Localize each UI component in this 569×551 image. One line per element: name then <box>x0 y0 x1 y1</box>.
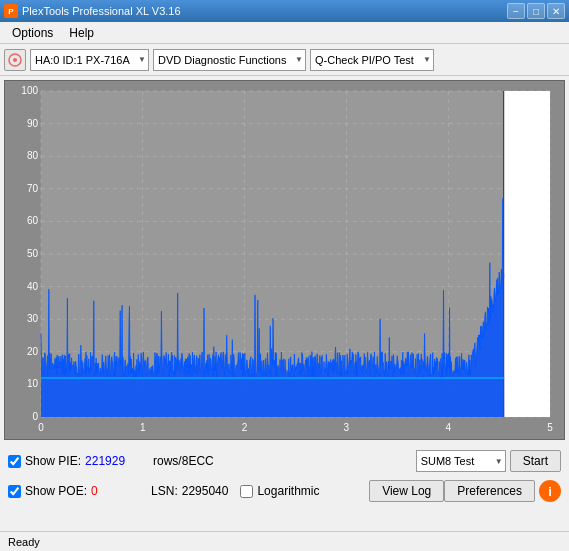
bottom-controls: Show PIE: 221929 rows/8ECC SUM8 Test Sta… <box>0 444 569 512</box>
status-text: Ready <box>8 536 40 548</box>
title-bar-left: P PlexTools Professional XL V3.16 <box>4 4 181 18</box>
poe-checkbox-group: Show POE: 0 <box>8 484 151 498</box>
minimize-button[interactable]: − <box>507 3 525 19</box>
control-row-1: Show PIE: 221929 rows/8ECC SUM8 Test Sta… <box>8 448 561 474</box>
control-row-2: Show POE: 0 LSN: 2295040 Logarithmic Vie… <box>8 478 561 504</box>
maximize-button[interactable]: □ <box>527 3 545 19</box>
poe-value: 0 <box>91 484 151 498</box>
main-content: Show PIE: 221929 rows/8ECC SUM8 Test Sta… <box>0 76 569 531</box>
info-button[interactable]: i <box>539 480 561 502</box>
sum-test-wrapper[interactable]: SUM8 Test <box>416 450 506 472</box>
lsn-value: 2295040 <box>182 484 229 498</box>
function-select-wrapper[interactable]: DVD Diagnostic Functions <box>153 49 306 71</box>
logarithmic-label: Logarithmic <box>257 484 319 498</box>
menu-help[interactable]: Help <box>61 24 102 42</box>
test-select-wrapper[interactable]: Q-Check PI/PO Test <box>310 49 434 71</box>
rows-label: rows/8ECC <box>153 454 214 468</box>
chart-canvas <box>5 81 564 439</box>
pie-value: 221929 <box>85 454 145 468</box>
function-select[interactable]: DVD Diagnostic Functions <box>153 49 306 71</box>
svg-point-1 <box>13 58 17 62</box>
show-poe-label: Show POE: <box>25 484 87 498</box>
show-pie-checkbox[interactable] <box>8 455 21 468</box>
drive-select[interactable]: HA:0 ID:1 PX-716A <box>30 49 149 71</box>
lsn-label: LSN: <box>151 484 178 498</box>
show-poe-checkbox[interactable] <box>8 485 21 498</box>
sum-test-select[interactable]: SUM8 Test <box>416 450 506 472</box>
view-log-button[interactable]: View Log <box>369 480 444 502</box>
title-bar-controls: − □ ✕ <box>507 3 565 19</box>
pie-checkbox-group: Show PIE: 221929 rows/8ECC <box>8 454 214 468</box>
chart-container <box>4 80 565 440</box>
preferences-button[interactable]: Preferences <box>444 480 535 502</box>
logarithmic-checkbox-group: Logarithmic <box>240 484 319 498</box>
app-icon: P <box>4 4 18 18</box>
close-button[interactable]: ✕ <box>547 3 565 19</box>
title-text: PlexTools Professional XL V3.16 <box>22 5 181 17</box>
status-bar: Ready <box>0 531 569 551</box>
logarithmic-checkbox[interactable] <box>240 485 253 498</box>
menu-bar: Options Help <box>0 22 569 44</box>
start-button[interactable]: Start <box>510 450 561 472</box>
test-select[interactable]: Q-Check PI/PO Test <box>310 49 434 71</box>
toolbar: HA:0 ID:1 PX-716A DVD Diagnostic Functio… <box>0 44 569 76</box>
show-pie-label: Show PIE: <box>25 454 81 468</box>
menu-options[interactable]: Options <box>4 24 61 42</box>
drive-select-wrapper[interactable]: HA:0 ID:1 PX-716A <box>30 49 149 71</box>
drive-icon[interactable] <box>4 49 26 71</box>
title-bar: P PlexTools Professional XL V3.16 − □ ✕ <box>0 0 569 22</box>
